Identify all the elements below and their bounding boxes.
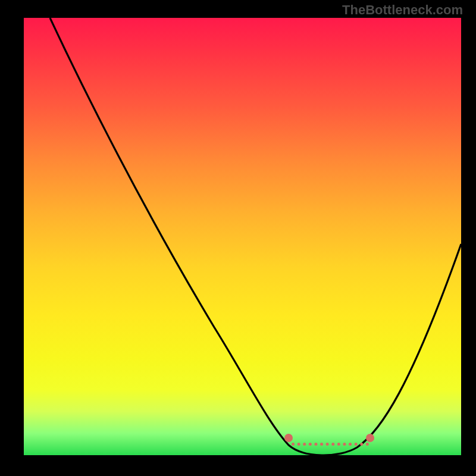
marker-right: [366, 434, 374, 442]
optimal-range-line: [292, 443, 369, 446]
curve-path: [50, 18, 461, 455]
marker-left: [284, 434, 293, 442]
attribution-text: TheBottleneck.com: [342, 2, 463, 18]
chart-area: [24, 18, 461, 455]
bottleneck-curve: [24, 18, 461, 455]
